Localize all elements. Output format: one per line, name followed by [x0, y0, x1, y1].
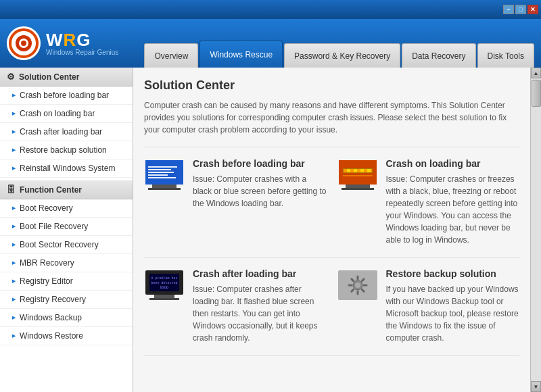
app-header: WRG Windows Repair Genius OverviewWindow… [0, 19, 541, 68]
crash-on-loading-bar-description: Issue: Computer crashes or freezes with … [386, 173, 520, 246]
sidebar-item-boot-file-recovery[interactable]: Boot File Recovery [0, 218, 133, 236]
svg-line-12 [362, 279, 364, 281]
logo-area: WRG Windows Repair Genius [7, 26, 118, 60]
crash-on-loading-bar-icon [337, 158, 378, 192]
restore-backup-solution-description: If you have backed up your Windows with … [386, 283, 520, 344]
sidebar-item-mbr-recovery[interactable]: MBR Recovery [0, 254, 133, 272]
sidebar-section1-label: Solution Center [19, 72, 79, 82]
nav-tab-overview[interactable]: Overview [144, 43, 198, 68]
svg-point-2 [21, 41, 26, 46]
crash-before-loading-bar-icon [144, 158, 185, 192]
restore-backup-solution-icon [337, 268, 378, 302]
nav-tab-windows-rescue[interactable]: Windows Rescue [199, 41, 283, 68]
sidebar-item-crash-on-loading-bar[interactable]: Crash on loading bar [0, 105, 133, 123]
sidebar-item-boot-recovery[interactable]: Boot Recovery [0, 199, 133, 218]
crash-before-loading-bar-description: Issue: Computer crashes with a black or … [193, 173, 327, 210]
svg-line-8 [351, 289, 353, 291]
minimize-button[interactable]: − [503, 5, 514, 14]
solution-center-icon: ⚙ [7, 72, 15, 82]
sidebar-section-solution-center: ⚙ Solution Center [0, 68, 133, 87]
svg-line-6 [362, 289, 364, 291]
sidebar: ⚙ Solution Center Crash before loading b… [0, 68, 133, 392]
scrollbar[interactable]: ▲ ▼ [530, 68, 541, 392]
sidebar-section-function-center: 🗄 Function Center [0, 180, 133, 199]
app-logo-icon [7, 26, 41, 60]
solution-card-crash-after-loading-bar[interactable]: A problem has been detected BSOD Crash a… [144, 268, 327, 344]
sidebar-item-reinstall-windows-system[interactable]: Reinstall Windows System [0, 160, 133, 178]
crash-on-loading-bar-title: Crash on loading bar [386, 158, 520, 169]
svg-point-4 [355, 283, 360, 288]
solution-card-crash-before-loading-bar[interactable]: Crash before loading bar Issue: Computer… [144, 158, 327, 246]
sidebar-section2-label: Function Center [20, 185, 82, 195]
sidebar-item-crash-before-loading-bar[interactable]: Crash before loading bar [0, 87, 133, 105]
svg-line-10 [351, 279, 353, 281]
close-button[interactable]: ✕ [527, 5, 538, 14]
sidebar-item-windows-restore[interactable]: Windows Restore [0, 327, 133, 345]
scroll-thumb[interactable] [532, 80, 541, 107]
solution-row-1: A problem has been detected BSOD Crash a… [144, 268, 519, 356]
crash-after-loading-bar-title: Crash after loading bar [193, 268, 327, 279]
solution-card-restore-backup-solution[interactable]: Restore backup solution If you have back… [337, 268, 520, 344]
nav-tabs: OverviewWindows RescuePassword & Key Rec… [143, 19, 534, 68]
crash-after-loading-bar-icon: A problem has been detected BSOD [144, 268, 185, 302]
content-area: Solution Center Computer crash can be ca… [133, 68, 530, 392]
solution-card-crash-on-loading-bar[interactable]: Crash on loading bar Issue: Computer cra… [337, 158, 520, 246]
sidebar-item-crash-after-loading-bar[interactable]: Crash after loading bar [0, 123, 133, 141]
sidebar-item-registry-editor[interactable]: Registry Editor [0, 272, 133, 291]
scroll-down-button[interactable]: ▼ [531, 381, 541, 392]
nav-tab-disk-tools[interactable]: Disk Tools [477, 43, 534, 68]
sidebar-item-windows-backup[interactable]: Windows Backup [0, 309, 133, 327]
sidebar-item-boot-sector-recovery[interactable]: Boot Sector Recovery [0, 236, 133, 254]
maximize-button[interactable]: □ [515, 5, 526, 14]
sidebar-item-registry-recovery[interactable]: Registry Recovery [0, 291, 133, 309]
restore-backup-solution-title: Restore backup solution [386, 268, 520, 279]
content-inner: Solution Center Computer crash can be ca… [133, 68, 530, 392]
sidebar-item-restore-backup-solution[interactable]: Restore backup solution [0, 141, 133, 160]
title-bar: − □ ✕ [0, 0, 541, 19]
page-title: Solution Center [144, 78, 519, 93]
window-controls: − □ ✕ [503, 5, 538, 14]
page-description: Computer crash can be caused by many rea… [144, 99, 519, 147]
logo-text: WRG Windows Repair Genius [46, 31, 118, 56]
brand-subtitle: Windows Repair Genius [46, 49, 118, 56]
main-layout: ⚙ Solution Center Crash before loading b… [0, 68, 541, 392]
crash-before-loading-bar-title: Crash before loading bar [193, 158, 327, 169]
nav-tab-password-key-recovery[interactable]: Password & Key Recovery [284, 43, 400, 68]
solution-row-0: Crash before loading bar Issue: Computer… [144, 158, 519, 258]
scroll-up-button[interactable]: ▲ [531, 68, 541, 78]
nav-tab-data-recovery[interactable]: Data Recovery [402, 43, 475, 68]
function-center-icon: 🗄 [7, 185, 16, 195]
crash-after-loading-bar-description: Issue: Computer crashes after loading ba… [193, 283, 327, 344]
